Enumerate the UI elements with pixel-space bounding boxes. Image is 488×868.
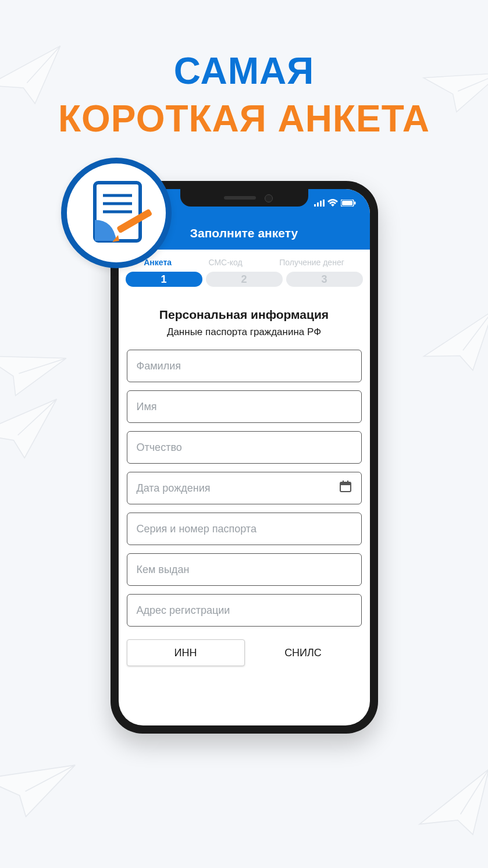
step-pill-3[interactable]: 3 — [286, 272, 363, 287]
passport-field[interactable]: Серия и номер паспорта — [127, 513, 362, 545]
step-pill-1[interactable]: 1 — [126, 272, 202, 287]
svg-rect-18 — [342, 201, 352, 205]
svg-marker-3 — [0, 399, 62, 462]
step-label-1: Анкета — [144, 258, 172, 267]
phone-notch — [180, 189, 308, 207]
svg-rect-19 — [354, 201, 356, 204]
passport-placeholder: Серия и номер паспорта — [137, 523, 257, 535]
phone-screen: Заполните анкету Анкета СМС-код Получени… — [119, 189, 370, 725]
issued-by-placeholder: Кем выдан — [137, 564, 190, 576]
patronymic-field[interactable]: Отчество — [127, 431, 362, 464]
surname-field[interactable]: Фамилия — [127, 350, 362, 382]
section-subtitle: Данные паспорта гражданина РФ — [119, 326, 370, 338]
surname-placeholder: Фамилия — [137, 360, 181, 372]
form-badge — [61, 158, 172, 268]
svg-rect-14 — [317, 202, 319, 207]
signal-icon — [314, 198, 325, 208]
phone-frame: Заполните анкету Анкета СМС-код Получени… — [111, 181, 378, 734]
dob-placeholder: Дата рождения — [137, 482, 211, 495]
svg-rect-22 — [343, 481, 344, 483]
name-field[interactable]: Имя — [127, 390, 362, 423]
calendar-icon[interactable] — [339, 480, 352, 496]
svg-rect-21 — [340, 482, 351, 485]
paper-plane-icon — [403, 761, 488, 858]
issued-by-field[interactable]: Кем выдан — [127, 553, 362, 586]
tab-snils[interactable]: СНИЛС — [245, 639, 362, 666]
svg-rect-16 — [323, 200, 325, 207]
address-field[interactable]: Адрес регистрации — [127, 594, 362, 627]
id-tabs: ИНН СНИЛС — [119, 639, 370, 666]
paper-plane-icon — [411, 304, 488, 388]
address-placeholder: Адрес регистрации — [137, 604, 230, 617]
paper-plane-icon — [0, 744, 81, 830]
svg-marker-4 — [417, 311, 488, 382]
svg-marker-5 — [0, 749, 75, 823]
step-label-2: СМС-код — [208, 258, 242, 267]
svg-marker-6 — [410, 769, 488, 850]
step-label-3: Получение денег — [279, 258, 344, 267]
svg-rect-15 — [320, 201, 322, 207]
name-placeholder: Имя — [137, 401, 157, 413]
form-area: Фамилия Имя Отчество Дата рождения Серия… — [119, 338, 370, 639]
patronymic-placeholder: Отчество — [137, 442, 182, 454]
marketing-headline: САМАЯ КОРОТКАЯ АНКЕТА — [0, 0, 488, 140]
svg-rect-13 — [314, 204, 316, 207]
svg-rect-23 — [347, 481, 348, 483]
svg-marker-0 — [0, 46, 69, 111]
dob-field[interactable]: Дата рождения — [127, 472, 362, 504]
document-pencil-icon — [84, 178, 160, 254]
headline-line-1: САМАЯ — [0, 49, 488, 93]
step-progress: 1 2 3 — [119, 268, 370, 295]
battery-icon — [341, 198, 356, 208]
tab-inn[interactable]: ИНН — [127, 639, 245, 666]
step-pill-2[interactable]: 2 — [206, 272, 283, 287]
phone-mockup: Заполните анкету Анкета СМС-код Получени… — [111, 181, 378, 734]
wifi-icon — [327, 198, 338, 208]
paper-plane-icon — [0, 392, 67, 469]
section-title: Персональная информация — [119, 308, 370, 322]
